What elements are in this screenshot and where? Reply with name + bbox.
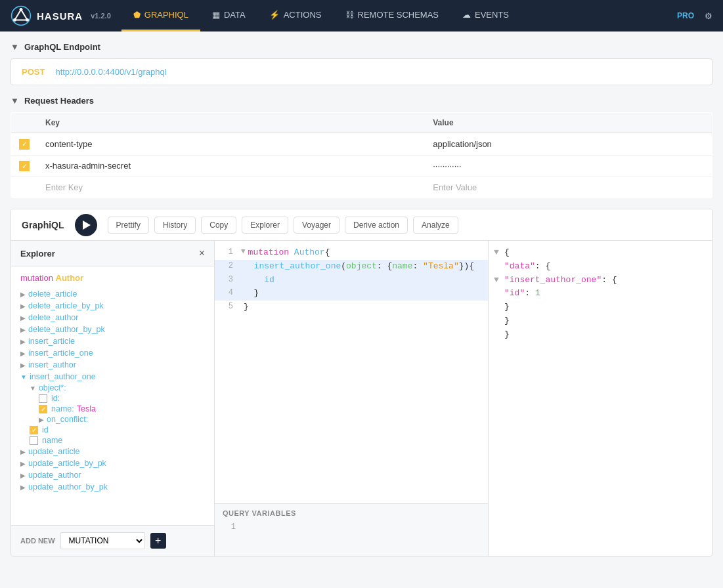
- enter-value-placeholder[interactable]: Enter Value: [433, 182, 477, 192]
- prettify-button[interactable]: Prettify: [108, 217, 149, 234]
- nav-data-label: DATA: [224, 10, 246, 20]
- item-label: delete_author_by_pk: [28, 325, 105, 334]
- id-checkbox[interactable]: [39, 394, 47, 403]
- endpoint-box: POST http://0.0.0.0:4400/v1/graphql: [11, 58, 712, 85]
- item-arrow: ▶: [20, 484, 26, 491]
- result-content: "data": {: [504, 260, 550, 274]
- result-line-7: }: [489, 328, 712, 342]
- graphiql-toolbar: GraphiQL Prettify History Copy Explorer …: [11, 209, 712, 241]
- code-editor[interactable]: 1 ▼ mutation Author{ 2 insert_author_one…: [215, 241, 488, 503]
- result-arrow: [494, 314, 502, 328]
- headers-value-col: Value: [425, 113, 712, 133]
- expand-arrow: ▼: [30, 385, 36, 392]
- id-result-checkbox[interactable]: ✓: [30, 426, 38, 434]
- mutation-name: Author: [56, 273, 84, 283]
- settings-icon[interactable]: ⚙: [705, 11, 712, 21]
- header-checkbox-2[interactable]: [11, 155, 38, 177]
- item-arrow: ▶: [20, 362, 26, 369]
- enter-key-placeholder[interactable]: Enter Key: [45, 182, 83, 192]
- id-result-item: ✓ id: [30, 425, 205, 435]
- explorer-item-delete-article-by-pk[interactable]: ▶ delete_article_by_pk: [20, 300, 205, 312]
- events-nav-icon: ☁: [462, 10, 471, 20]
- headers-checkbox-col: [11, 113, 38, 133]
- data-nav-icon: ▦: [212, 10, 220, 20]
- explorer-item-insert-article-one[interactable]: ▶ insert_article_one: [20, 347, 205, 359]
- item-arrow: ▶: [20, 460, 26, 467]
- explorer-item-update-article-by-pk[interactable]: ▶ update_article_by_pk: [20, 457, 205, 469]
- explorer-item-update-author[interactable]: ▶ update_author: [20, 469, 205, 481]
- explorer-item-delete-author-by-pk[interactable]: ▶ delete_author_by_pk: [20, 324, 205, 335]
- explorer-item-insert-article[interactable]: ▶ insert_article: [20, 335, 205, 347]
- nav-graphiql[interactable]: ⬟ GRAPHIQL: [121, 0, 200, 32]
- nav-items: ⬟ GRAPHIQL ▦ DATA ⚡ ACTIONS ⛓ REMOTE SCH…: [121, 0, 677, 32]
- explorer-item-insert-author[interactable]: ▶ insert_author: [20, 359, 205, 371]
- item-label: delete_article: [28, 289, 77, 299]
- line-number: 1: [220, 246, 233, 260]
- nav-actions[interactable]: ⚡ ACTIONS: [257, 0, 334, 32]
- nav-remote-schemas[interactable]: ⛓ REMOTE SCHEMAS: [334, 0, 451, 32]
- mutation-type-select[interactable]: MUTATION QUERY SUBSCRIPTION: [60, 532, 145, 549]
- code-content: mutation Author{: [248, 246, 483, 260]
- checked-icon-1[interactable]: [19, 139, 30, 150]
- explorer-item-insert-author-one[interactable]: ▼ insert_author_one: [20, 371, 205, 383]
- add-new-button[interactable]: +: [150, 533, 166, 549]
- history-button[interactable]: History: [154, 217, 196, 234]
- result-arrow: ▼: [494, 246, 502, 260]
- name-value: Tesla: [77, 404, 96, 413]
- item-arrow: ▶: [20, 338, 26, 345]
- analyze-button[interactable]: Analyze: [413, 217, 458, 234]
- item-label: update_article_by_pk: [28, 459, 106, 468]
- checked-icon-2[interactable]: [19, 161, 30, 171]
- explorer-close-button[interactable]: ×: [199, 247, 205, 259]
- voyager-button[interactable]: Voyager: [294, 217, 340, 234]
- svg-point-4: [13, 18, 16, 22]
- code-line-2: 2 insert_author_one(object: {name: "Tesl…: [215, 260, 488, 274]
- explorer-item-update-article[interactable]: ▶ update_article: [20, 446, 205, 457]
- copy-button[interactable]: Copy: [201, 217, 236, 234]
- code-content: id: [244, 274, 483, 287]
- nav-events[interactable]: ☁ EVENTS: [450, 0, 521, 32]
- explorer-panel-header: Explorer ×: [11, 241, 214, 266]
- query-variables-header[interactable]: QUERY VARIABLES: [215, 504, 488, 522]
- endpoint-section-header[interactable]: ▼ GraphQL Endpoint: [11, 42, 712, 52]
- explorer-panel: Explorer × mutation Author ▶ delete_arti…: [11, 241, 215, 556]
- item-arrow: ▶: [20, 314, 26, 322]
- name-checkbox[interactable]: ✓: [39, 405, 47, 413]
- request-headers-header[interactable]: ▼ Request Headers: [11, 96, 712, 106]
- result-content: }: [504, 301, 510, 314]
- pro-badge: PRO: [677, 11, 694, 20]
- endpoint-section-label: GraphQL Endpoint: [24, 42, 100, 52]
- object-expand[interactable]: ▼ object*:: [30, 383, 205, 393]
- explorer-item-update-author-by-pk[interactable]: ▶ update_author_by_pk: [20, 481, 205, 493]
- explorer-item-delete-article[interactable]: ▶ delete_article: [20, 288, 205, 300]
- run-query-button[interactable]: [75, 214, 97, 236]
- result-line-3: ▼ "insert_author_one": {: [489, 274, 712, 287]
- query-variables-label: QUERY VARIABLES: [223, 509, 296, 517]
- code-content: }: [244, 301, 483, 314]
- result-arrow: ▼: [494, 274, 502, 287]
- app-version: v1.2.0: [91, 12, 111, 20]
- id-result-label: id: [42, 425, 49, 434]
- explorer-item-delete-author[interactable]: ▶ delete_author: [20, 312, 205, 324]
- svg-point-2: [20, 8, 23, 11]
- header-value-1: application/json: [425, 133, 712, 156]
- nav-data[interactable]: ▦ DATA: [200, 0, 257, 32]
- header-checkbox-1[interactable]: [11, 133, 38, 156]
- explorer-button[interactable]: Explorer: [242, 217, 288, 234]
- nav-right: PRO ⚙: [677, 11, 712, 21]
- derive-action-button[interactable]: Derive action: [345, 217, 408, 234]
- name-result-item: name: [30, 435, 205, 446]
- actions-nav-icon: ⚡: [269, 10, 280, 20]
- query-variables-content: 1: [215, 522, 488, 532]
- request-headers-label: Request Headers: [24, 96, 94, 106]
- endpoint-url: http://0.0.0.0:4400/v1/graphql: [55, 67, 166, 77]
- result-line-5: }: [489, 301, 712, 314]
- mutation-label: mutation Author: [20, 273, 205, 283]
- expand-arrow: ▶: [39, 416, 44, 423]
- item-label: update_author: [28, 471, 81, 480]
- on-conflict-item[interactable]: ▶ on_conflict:: [39, 414, 205, 425]
- nav-remote-schemas-label: REMOTE SCHEMAS: [358, 10, 439, 20]
- logo: HASURA v1.2.0: [11, 5, 111, 26]
- name-result-checkbox[interactable]: [30, 436, 38, 445]
- code-content: }: [244, 287, 483, 301]
